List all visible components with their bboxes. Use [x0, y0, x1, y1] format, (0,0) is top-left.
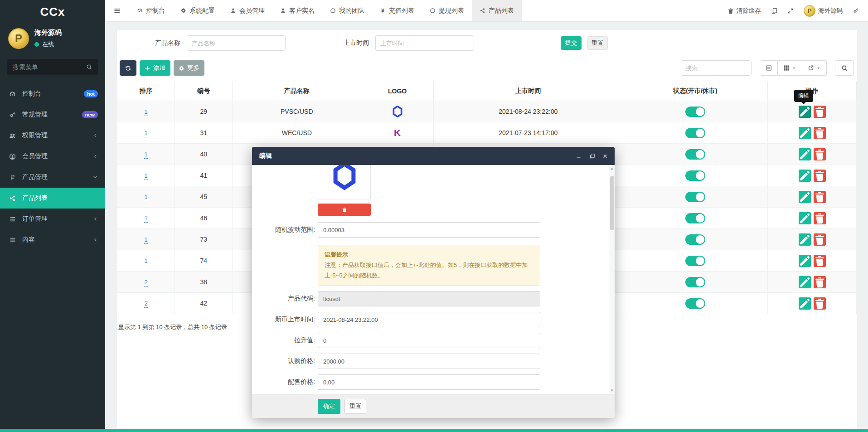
field-input[interactable] — [318, 222, 540, 238]
field-input[interactable] — [318, 354, 540, 369]
edit-button[interactable] — [799, 170, 811, 182]
sort-link[interactable]: 1 — [144, 151, 148, 159]
confirm-button[interactable]: 确定 — [318, 399, 340, 414]
sidebar-item-产品列表[interactable]: 产品列表 — [0, 188, 105, 209]
sort-cell: 1 — [117, 250, 175, 272]
close-icon[interactable]: × — [603, 152, 607, 160]
delete-button[interactable] — [814, 212, 826, 224]
delete-logo-button[interactable] — [318, 204, 371, 216]
edit-button[interactable] — [799, 106, 811, 118]
sort-link[interactable]: 2 — [144, 300, 148, 308]
modal-reset-button[interactable]: 重置 — [344, 399, 366, 414]
sidebar-item-常规管理[interactable]: 常规管理new — [0, 104, 105, 125]
field-input[interactable] — [318, 374, 540, 390]
status-toggle[interactable] — [685, 192, 705, 202]
status-toggle[interactable] — [685, 107, 705, 117]
product-name: PVSC/USD — [233, 101, 361, 122]
sort-link[interactable]: 1 — [144, 215, 148, 223]
fullscreen-icon[interactable] — [787, 8, 794, 14]
delete-button[interactable] — [814, 106, 826, 118]
refresh-button[interactable] — [120, 60, 136, 76]
sidebar-item-内容[interactable]: 内容 — [0, 229, 105, 250]
delete-button[interactable] — [814, 276, 826, 288]
listing-time-input[interactable] — [375, 35, 474, 51]
delete-button[interactable] — [814, 297, 826, 310]
status-toggle[interactable] — [685, 277, 705, 287]
sidebar-item-权限管理[interactable]: 权限管理 — [0, 125, 105, 146]
sidebar-item-订单管理[interactable]: 订单管理 — [0, 209, 105, 229]
sort-link[interactable]: 1 — [144, 194, 148, 201]
settings-gears-icon[interactable] — [853, 8, 859, 14]
tab-提现列表[interactable]: 提现列表 — [422, 0, 472, 21]
modal-scrollbar[interactable]: ▲ ▼ — [609, 165, 615, 394]
sort-link[interactable]: 1 — [144, 257, 148, 265]
modal-body: 随机波动范围:温馨提示注意：产品获取接口值后，会加上+-此处的值。如5，则在接口… — [252, 165, 615, 394]
tab-会员管理[interactable]: 会员管理 — [223, 0, 272, 21]
delete-button[interactable] — [814, 191, 826, 203]
tab-系统配置[interactable]: 系统配置 — [173, 0, 223, 21]
detail-view-button[interactable] — [760, 60, 778, 76]
delete-button[interactable] — [814, 233, 826, 246]
scroll-up-icon[interactable]: ▲ — [610, 166, 614, 170]
columns-button[interactable] — [778, 60, 802, 76]
sort-link[interactable]: 1 — [144, 130, 148, 137]
edit-button[interactable] — [799, 233, 811, 246]
tab-产品列表[interactable]: 产品列表 — [472, 0, 522, 21]
copy-page-icon[interactable] — [771, 8, 777, 14]
edit-button[interactable] — [799, 191, 811, 203]
sidebar-item-会员管理[interactable]: 会员管理 — [0, 146, 105, 167]
status-toggle[interactable] — [685, 213, 705, 223]
status-toggle[interactable] — [685, 170, 705, 181]
status-toggle[interactable] — [685, 256, 705, 266]
tab-充值列表[interactable]: 充值列表 — [372, 0, 422, 21]
edit-button[interactable] — [799, 127, 811, 139]
modal-header[interactable]: 编辑 × — [252, 147, 615, 165]
status-toggle[interactable] — [685, 298, 705, 309]
export-button[interactable] — [802, 60, 827, 76]
sidebar-search[interactable] — [7, 59, 98, 75]
tab-客户实名[interactable]: 客户实名 — [272, 0, 322, 21]
sort-link[interactable]: 1 — [144, 172, 148, 180]
top-navbar: 控制台系统配置会员管理客户实名我的团队充值列表提现列表产品列表 清除缓存 P 海… — [105, 0, 868, 22]
sort-link[interactable]: 1 — [144, 108, 148, 116]
filter-form: 产品名称 上市时间 提交 重置 — [117, 35, 857, 51]
more-button[interactable]: 更多 — [174, 60, 204, 76]
status-toggle[interactable] — [685, 149, 705, 160]
sidebar-search-input[interactable] — [13, 63, 86, 71]
delete-button[interactable] — [814, 255, 826, 267]
product-name-input[interactable] — [187, 35, 286, 51]
tab-控制台[interactable]: 控制台 — [129, 0, 173, 21]
add-button[interactable]: 添加 — [140, 60, 170, 76]
table-search-input[interactable] — [681, 60, 752, 76]
delete-button[interactable] — [814, 148, 826, 160]
user-menu[interactable]: P 海外源码 — [804, 5, 843, 17]
edit-button[interactable] — [799, 255, 811, 267]
sidebar-item-控制台[interactable]: 控制台hot — [0, 83, 105, 104]
maximize-icon[interactable] — [589, 153, 595, 159]
field-input[interactable] — [318, 312, 540, 327]
edit-button[interactable] — [799, 148, 811, 160]
gears-icon — [9, 112, 17, 118]
submit-button[interactable]: 提交 — [561, 36, 582, 50]
scroll-down-icon[interactable]: ▼ — [610, 388, 614, 393]
search-toggle-button[interactable] — [835, 60, 854, 76]
status-toggle[interactable] — [685, 128, 705, 138]
brand-logo: CCx — [0, 0, 105, 24]
sidebar-item-产品管理[interactable]: 产品管理 — [0, 167, 105, 188]
tab-我的团队[interactable]: 我的团队 — [322, 0, 372, 21]
field-input[interactable] — [318, 333, 540, 348]
delete-button[interactable] — [814, 170, 826, 182]
delete-button[interactable] — [814, 127, 826, 139]
clear-cache-button[interactable]: 清除缓存 — [727, 7, 761, 15]
edit-button[interactable] — [799, 297, 811, 310]
edit-button[interactable] — [799, 276, 811, 288]
sort-link[interactable]: 2 — [144, 279, 148, 286]
status-toggle[interactable] — [685, 234, 705, 245]
sort-link[interactable]: 1 — [144, 236, 148, 244]
hamburger-menu-icon[interactable] — [105, 0, 129, 21]
search-icon[interactable] — [86, 64, 92, 70]
minimize-icon[interactable] — [576, 153, 582, 159]
edit-button[interactable] — [799, 212, 811, 224]
scrollbar-thumb[interactable] — [610, 176, 614, 230]
reset-button[interactable]: 重置 — [587, 36, 608, 50]
